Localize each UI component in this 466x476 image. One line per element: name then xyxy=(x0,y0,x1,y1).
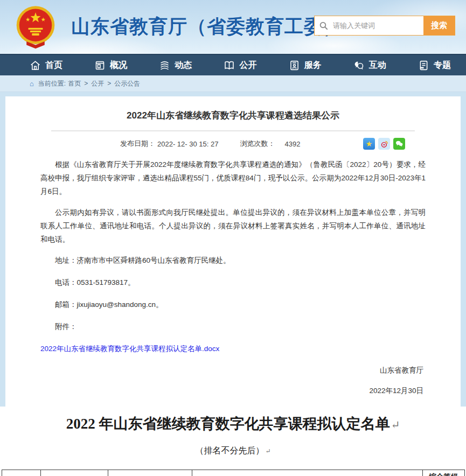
overview-icon xyxy=(94,60,106,71)
signature-org: 山东省教育厅 xyxy=(40,366,423,375)
title-divider xyxy=(51,130,415,131)
document-subheading: （排名不分先后）↵ xyxy=(0,445,466,457)
paragraph-return-mark: ↵ xyxy=(391,419,400,431)
weibo-share-icon[interactable] xyxy=(378,138,390,150)
address-line: 地址：济南市市中区舜耕路60号山东省教育厅民继处。 xyxy=(40,254,426,268)
main-nav: 首页 概况 动态 公开 服务 互动 专题 xyxy=(0,54,466,75)
publish-date-value: 2022- 12- 30 15: 27 xyxy=(157,140,218,148)
article-title: 2022年山东省继续教育数字化共享课程遴选结果公示 xyxy=(40,109,426,122)
home-icon xyxy=(30,60,41,71)
breadcrumb-item-current: 公示公告 xyxy=(114,79,140,88)
publish-date: 发布日期： 2022- 12- 30 15: 27 xyxy=(120,139,218,149)
topic-doc-icon xyxy=(418,60,429,71)
breadcrumb: ⌂ 当前位置: 首页 > 公开 > 公示公告 xyxy=(0,75,466,92)
article-meta: 发布日期： 2022- 12- 30 15: 27 浏览次数： 4392 ★ xyxy=(40,138,426,150)
wechat-share-icon[interactable] xyxy=(393,138,405,150)
document-subheading-text: （排名不分先后） xyxy=(195,446,264,455)
page-background: 2022年山东省继续教育数字化共享课程遴选结果公示 发布日期： 2022- 12… xyxy=(0,92,466,407)
nav-item-home[interactable]: 首页 xyxy=(30,60,62,71)
signature-date: 2022年12月30日 xyxy=(40,386,423,396)
signature-block: 山东省教育厅 2022年12月30日 xyxy=(40,366,426,396)
breadcrumb-item-home[interactable]: 首页 xyxy=(68,79,81,88)
service-doc-icon xyxy=(289,60,300,71)
nav-item-label: 专题 xyxy=(434,60,451,71)
nav-item-service[interactable]: 服务 xyxy=(289,60,322,71)
nav-item-interact[interactable]: 互动 xyxy=(353,60,386,71)
nav-item-overview[interactable]: 概况 xyxy=(94,60,127,71)
nav-item-topics[interactable]: 专题 xyxy=(418,60,451,71)
nav-item-label: 公开 xyxy=(239,60,256,71)
nav-item-label: 服务 xyxy=(304,60,322,71)
open-book-icon xyxy=(224,60,235,71)
breadcrumb-item-public[interactable]: 公开 xyxy=(91,79,104,88)
nav-item-news[interactable]: 动态 xyxy=(159,60,192,71)
national-emblem-logo xyxy=(13,4,58,50)
course-table-header: 序号 课程名称↵ 课程学校↵ 课程负责人和团队成员↵ 综合等级↵ xyxy=(2,470,465,476)
col-header-index: 序号 xyxy=(2,470,41,476)
site-title: 山东省教育厅（省委教育工委） xyxy=(71,14,343,39)
document-heading-text: 2022 年山东省继续教育数字化共享课程拟认定名单 xyxy=(66,416,390,432)
phone-line: 电话：0531-51793817。 xyxy=(40,276,426,290)
col-header-course-name: 课程名称↵ xyxy=(41,470,108,476)
col-header-grade: 综合等级↵ xyxy=(422,470,464,476)
nav-item-public[interactable]: 公开 xyxy=(224,60,256,71)
nav-item-label: 概况 xyxy=(110,60,127,71)
breadcrumb-label: 当前位置: xyxy=(38,79,66,88)
article-body: 根据《山东省教育厅关于开展2022年度继续教育数字化共享课程遴选的通知》（鲁教民… xyxy=(40,158,426,356)
breadcrumb-separator: > xyxy=(107,80,111,87)
document-section: 2022 年山东省继续教育数字化共享课程拟认定名单↵ （排名不分先后）↵ 序号 … xyxy=(0,407,466,476)
publish-date-label: 发布日期： xyxy=(120,139,155,149)
share-bar: ★ xyxy=(363,138,405,150)
view-count-label: 浏览次数： xyxy=(240,139,275,149)
search-button[interactable]: 搜索 xyxy=(423,16,455,35)
nav-item-label: 动态 xyxy=(175,60,192,71)
nav-item-label: 首页 xyxy=(45,60,62,71)
table-header-row: 序号 课程名称↵ 课程学校↵ 课程负责人和团队成员↵ 综合等级↵ xyxy=(2,470,465,476)
breadcrumb-separator: > xyxy=(84,80,88,87)
article-paragraph: 公示期内如有异议，请以书面形式向我厅民继处提出。单位提出异议的，须在异议材料上加… xyxy=(40,206,426,247)
breadcrumb-home-icon: ⌂ xyxy=(30,80,34,88)
col-header-school: 课程学校↵ xyxy=(108,470,192,476)
article-card: 2022年山东省继续教育数字化共享课程遴选结果公示 发布日期： 2022- 12… xyxy=(5,96,461,407)
news-books-icon xyxy=(159,60,170,71)
view-count: 浏览次数： 4392 xyxy=(240,139,300,149)
col-header-team: 课程负责人和团队成员↵ xyxy=(192,470,423,476)
view-count-value: 4392 xyxy=(284,140,300,148)
email-line: 邮箱：jixujiaoyu@shandong.cn。 xyxy=(40,298,426,312)
attachment-docx-link[interactable]: 2022年山东省继续教育数字化共享课程拟认定名单.docx xyxy=(40,342,426,356)
qzone-share-icon[interactable]: ★ xyxy=(363,138,375,150)
nav-item-label: 互动 xyxy=(369,60,386,71)
site-header: 山东省教育厅（省委教育工委） 搜索 xyxy=(0,0,466,54)
paragraph-return-mark: ↵ xyxy=(265,447,270,455)
search-input[interactable] xyxy=(333,16,423,35)
document-heading: 2022 年山东省继续教育数字化共享课程拟认定名单↵ xyxy=(0,414,466,433)
chat-bubbles-icon xyxy=(353,60,365,71)
search-icon xyxy=(315,16,333,35)
search-box: 搜索 xyxy=(314,16,455,36)
attachment-label: 附件： xyxy=(40,320,426,334)
article-paragraph: 根据《山东省教育厅关于开展2022年度继续教育数字化共享课程遴选的通知》（鲁教民… xyxy=(40,158,426,199)
